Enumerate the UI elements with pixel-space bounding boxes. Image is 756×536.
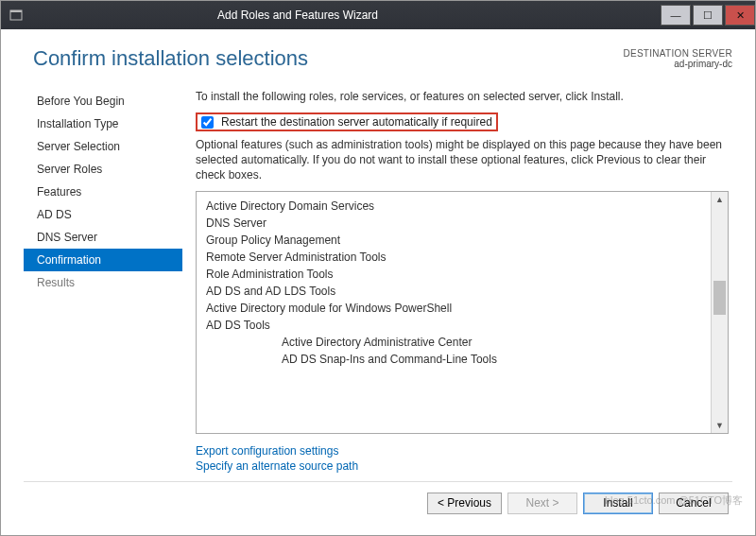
wizard-step-server-selection[interactable]: Server Selection [24, 135, 182, 158]
page-title: Confirm installation selections [33, 46, 623, 71]
feature-item: Role Administration Tools [206, 266, 709, 283]
previous-button[interactable]: < Previous [427, 493, 502, 514]
links-block: Export configuration settings Specify an… [196, 443, 729, 474]
optional-features-text: Optional features (such as administratio… [196, 137, 729, 183]
scroll-track[interactable] [712, 208, 728, 417]
feature-item: DNS Server [206, 215, 709, 232]
intro-text: To install the following roles, role ser… [196, 90, 729, 103]
minimize-button[interactable]: — [661, 5, 691, 26]
destination-server-label: DESTINATION SERVER [623, 48, 732, 59]
feature-item: AD DS Snap-Ins and Command-Line Tools [206, 351, 709, 368]
feature-item: AD DS and AD LDS Tools [206, 283, 709, 300]
export-config-link[interactable]: Export configuration settings [196, 443, 729, 458]
restart-checkbox-label: Restart the destination server automatic… [221, 115, 492, 129]
feature-item: Group Policy Management [206, 232, 709, 249]
features-scrollbar[interactable]: ▲ ▼ [711, 192, 728, 433]
app-icon [9, 8, 24, 23]
wizard-step-results: Results [24, 271, 182, 294]
feature-item: Remote Server Administration Tools [206, 249, 709, 266]
wizard-step-confirmation: Confirmation [24, 249, 182, 271]
feature-item: Active Directory Domain Services [206, 198, 709, 215]
wizard-step-installation-type[interactable]: Installation Type [24, 112, 182, 135]
alternate-source-link[interactable]: Specify an alternate source path [196, 458, 729, 474]
wizard-step-server-roles[interactable]: Server Roles [24, 158, 182, 181]
wizard-window: Add Roles and Features Wizard — ☐ ✕ Conf… [0, 0, 756, 536]
feature-item: Active Directory module for Windows Powe… [206, 300, 709, 317]
scroll-down-icon[interactable]: ▼ [712, 417, 728, 433]
page-header: Confirm installation selections DESTINAT… [24, 29, 732, 77]
window-title: Add Roles and Features Wizard [31, 9, 659, 22]
scroll-up-icon[interactable]: ▲ [712, 192, 728, 208]
feature-item: AD DS Tools [206, 317, 709, 334]
restart-checkbox-row[interactable]: Restart the destination server automatic… [196, 112, 498, 131]
wizard-step-features[interactable]: Features [24, 181, 182, 203]
window-controls: — ☐ ✕ [659, 5, 755, 26]
destination-server-block: DESTINATION SERVER ad-primary-dc [623, 48, 732, 69]
selected-features-list: Active Directory Domain ServicesDNS Serv… [196, 191, 729, 434]
svg-rect-1 [10, 10, 22, 12]
wizard-steps-sidebar: Before You BeginInstallation TypeServer … [24, 86, 182, 477]
scroll-thumb[interactable] [713, 281, 726, 315]
wizard-step-dns-server[interactable]: DNS Server [24, 226, 182, 249]
maximize-button[interactable]: ☐ [693, 5, 723, 26]
title-bar: Add Roles and Features Wizard — ☐ ✕ [1, 1, 755, 29]
wizard-step-before-you-begin[interactable]: Before You Begin [24, 90, 182, 112]
main-panel: To install the following roles, role ser… [182, 86, 732, 477]
next-button: Next > [507, 493, 577, 514]
restart-checkbox[interactable] [201, 116, 214, 129]
wizard-footer: < Previous Next > Install Cancel [24, 481, 732, 524]
install-button[interactable]: Install [583, 493, 653, 514]
wizard-step-ad-ds[interactable]: AD DS [24, 203, 182, 226]
feature-item: Active Directory Administrative Center [206, 334, 709, 351]
cancel-button[interactable]: Cancel [659, 493, 729, 514]
destination-server-name: ad-primary-dc [623, 59, 732, 69]
close-button[interactable]: ✕ [725, 5, 755, 26]
